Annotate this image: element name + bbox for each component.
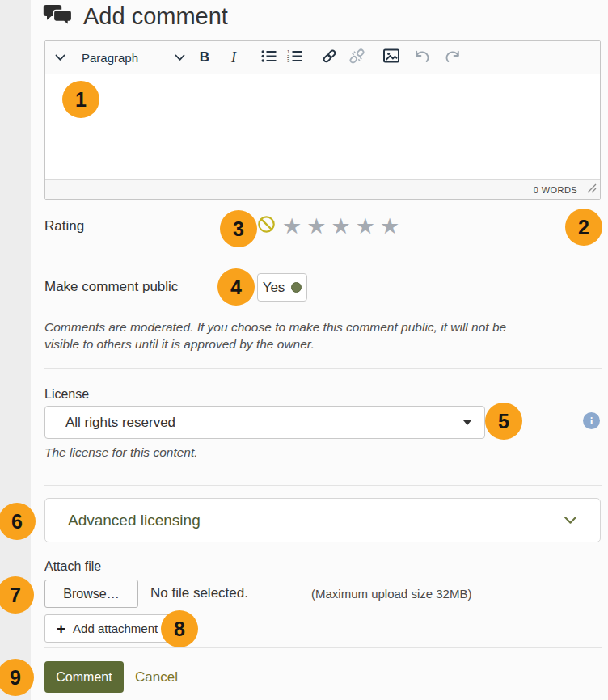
- link-icon: [321, 48, 338, 68]
- max-upload-size-text: (Maximum upload size 32MB): [311, 587, 471, 601]
- comment-editor: Paragraph B I 123: [44, 40, 601, 200]
- chevron-down-icon: [175, 50, 185, 65]
- word-count: 0 WORDS: [534, 185, 577, 195]
- annotation-marker-2: 2: [565, 209, 602, 246]
- toggle-knob-icon: [291, 282, 302, 293]
- license-selected-value: All rights reserved: [65, 415, 463, 431]
- divider: [44, 485, 602, 486]
- add-attachment-label: Add attachment: [73, 622, 158, 635]
- form-header: Add comment: [43, 3, 228, 30]
- comment-submit-button[interactable]: Comment: [44, 661, 124, 693]
- toggle-value: Yes: [263, 280, 285, 296]
- star-rating: ★ ★ ★ ★ ★: [282, 217, 399, 236]
- rating-label: Rating: [44, 218, 84, 234]
- star-icon[interactable]: ★: [331, 217, 350, 236]
- chevron-down-icon: [564, 513, 577, 528]
- bold-icon: B: [200, 49, 209, 65]
- bullet-list-button[interactable]: [258, 45, 279, 70]
- page-title: Add comment: [83, 3, 228, 30]
- license-select[interactable]: All rights reserved: [44, 406, 485, 439]
- star-icon[interactable]: ★: [356, 217, 375, 236]
- divider: [44, 647, 602, 648]
- divider: [44, 368, 602, 369]
- italic-button[interactable]: I: [224, 45, 243, 70]
- make-public-label: Make comment public: [44, 279, 178, 295]
- select-caret-icon: [463, 420, 471, 425]
- browse-button[interactable]: Browse…: [44, 580, 138, 608]
- star-icon[interactable]: ★: [282, 217, 302, 236]
- unlink-icon: [348, 48, 365, 68]
- comment-text-area[interactable]: [45, 74, 600, 179]
- make-public-toggle[interactable]: Yes: [257, 273, 307, 302]
- numbered-list-icon: 123: [287, 49, 302, 66]
- info-icon: i: [590, 415, 593, 428]
- bullet-list-icon: [261, 49, 277, 66]
- license-label: License: [44, 387, 89, 402]
- paragraph-format-select[interactable]: Paragraph: [82, 45, 185, 70]
- advanced-licensing-label: Advanced licensing: [68, 512, 201, 529]
- annotation-marker-5: 5: [485, 403, 522, 440]
- undo-button[interactable]: [412, 45, 433, 70]
- add-attachment-button[interactable]: + Add attachment: [44, 614, 170, 643]
- resize-handle-icon[interactable]: [587, 182, 597, 196]
- insert-link-button[interactable]: [319, 45, 340, 70]
- license-help-text: The license for this content.: [44, 445, 198, 460]
- insert-image-button[interactable]: [381, 45, 402, 70]
- numbered-list-button[interactable]: 123: [284, 45, 305, 70]
- advanced-licensing-toggle[interactable]: Advanced licensing: [44, 498, 601, 542]
- svg-text:3: 3: [287, 58, 289, 63]
- image-icon: [383, 48, 399, 66]
- browse-button-label: Browse…: [63, 587, 119, 601]
- star-icon[interactable]: ★: [380, 217, 399, 236]
- cancel-link[interactable]: Cancel: [135, 669, 178, 685]
- attach-file-label: Attach file: [44, 559, 101, 574]
- star-icon[interactable]: ★: [306, 217, 326, 236]
- chevron-down-icon: [55, 50, 65, 65]
- moderation-note: Comments are moderated. If you choose to…: [44, 318, 542, 352]
- toolbar-menu-button[interactable]: [50, 45, 70, 70]
- clear-rating-button[interactable]: [257, 215, 276, 237]
- annotation-marker-3: 3: [220, 210, 257, 247]
- bold-button[interactable]: B: [195, 45, 214, 70]
- format-select-value: Paragraph: [82, 51, 138, 65]
- comments-icon: [43, 4, 73, 30]
- annotation-marker-6: 6: [0, 503, 36, 540]
- editor-statusbar: 0 WORDS: [45, 179, 600, 199]
- rating-widget: ★ ★ ★ ★ ★: [257, 215, 399, 237]
- annotation-marker-1: 1: [62, 81, 99, 118]
- redo-icon: [444, 48, 461, 66]
- license-info-button[interactable]: i: [583, 412, 600, 429]
- plus-icon: +: [57, 621, 65, 636]
- remove-link-button[interactable]: [346, 45, 367, 70]
- add-comment-form: Add comment Paragraph B I: [0, 0, 608, 700]
- annotation-marker-8: 8: [161, 610, 198, 647]
- annotation-marker-4: 4: [217, 268, 255, 306]
- file-status-text: No file selected.: [150, 585, 248, 601]
- comment-submit-label: Comment: [56, 670, 112, 685]
- divider: [44, 255, 602, 255]
- editor-toolbar: Paragraph B I 123: [45, 41, 600, 74]
- redo-button[interactable]: [441, 45, 462, 70]
- undo-icon: [414, 48, 431, 66]
- italic-icon: I: [231, 49, 236, 66]
